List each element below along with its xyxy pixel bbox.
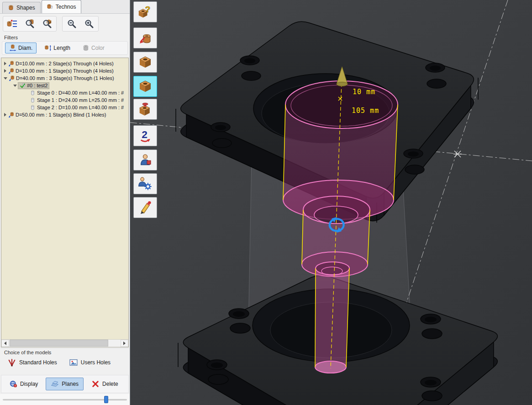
zoom-out-icon [66, 18, 77, 29]
users-holes-label: Users Holes [81, 359, 111, 366]
through-hole-icon [9, 75, 15, 81]
delete-button[interactable]: Delete [86, 378, 123, 390]
user-hole-icon [137, 153, 153, 167]
two-stage-tool-button[interactable]: 2 [133, 125, 157, 146]
tree-rows: D=10.00 mm : 2 Stage(s) Through (4 Holes… [1, 58, 128, 118]
stage-icon [30, 105, 36, 111]
display-button[interactable]: Display [4, 378, 43, 390]
help-hole-icon: ? [137, 5, 153, 19]
filter-color-label: Color [91, 45, 105, 51]
user-gears-tool-button[interactable] [133, 173, 157, 194]
hole-recognition-tool-button[interactable] [133, 27, 157, 48]
color-icon [82, 44, 90, 52]
viewport-3d[interactable]: 10 mm 105 mm [130, 0, 532, 405]
tree-item-d10-2stage[interactable]: D=10.00 mm : 2 Stage(s) Through (4 Holes… [1, 60, 128, 67]
tree-item-d40-3stage[interactable]: D=40.00 mm : 3 Stage(s) Through (1 Holes… [1, 75, 128, 82]
zoom-model-button[interactable] [38, 17, 56, 31]
zoom-hole-button[interactable] [21, 17, 38, 31]
planes-icon [51, 380, 59, 388]
zoom-in-button[interactable] [80, 17, 98, 31]
stamp-hole-tool-button[interactable] [133, 99, 157, 120]
selected-item-highlight[interactable]: #0 : test2 [18, 83, 49, 89]
hole-list-button[interactable] [4, 17, 21, 31]
tab-technos[interactable]: Technos [42, 0, 82, 13]
stage-icon [30, 90, 36, 96]
tab-shapes[interactable]: Shapes [2, 2, 41, 13]
solid-block-tool-button[interactable] [133, 52, 157, 73]
shapes-icon [8, 5, 14, 11]
scroll-right-button[interactable] [121, 340, 128, 347]
edit-hole-icon [137, 200, 153, 215]
help-hole-tool-button[interactable]: ? [133, 1, 157, 22]
solid-block-active-tool-button[interactable] [133, 76, 157, 97]
tree-horizontal-scrollbar[interactable] [1, 339, 128, 347]
delete-icon [91, 380, 100, 388]
filter-row: Diam. Length Color [2, 41, 128, 55]
filter-color-button[interactable]: Color [78, 43, 109, 53]
through-hole-icon [8, 61, 14, 67]
tree-item-label: Stage 1 : D=24.00 mm L=25.00 mm : # [37, 97, 124, 103]
tree-item-stage2[interactable]: Stage 2 : D=10.00 mm L=40.00 mm : # [1, 104, 128, 111]
top-toolbar [0, 15, 130, 32]
expander-icon[interactable] [13, 85, 17, 87]
edit-hole-tool-button[interactable] [133, 197, 157, 218]
toolbar-group-zoom [62, 16, 99, 32]
tree-item-label: Stage 0 : D=40.00 mm L=40.00 mm : # [37, 90, 124, 96]
expander-icon[interactable] [4, 113, 6, 117]
filter-length-label: Length [53, 45, 70, 51]
scroll-left-icon [4, 341, 6, 345]
zoom-hole-icon [24, 18, 35, 29]
transparency-slider[interactable] [0, 394, 130, 405]
tab-technos-label: Technos [56, 4, 76, 10]
validated-hole-icon [20, 83, 26, 89]
solid-block-active-icon [137, 79, 153, 94]
tree-item-label: D=10.00 mm : 1 Stage(s) Through (4 Holes… [16, 68, 114, 74]
slider-thumb[interactable] [104, 396, 108, 403]
tree-item-label: #0 : test2 [27, 83, 47, 88]
expander-icon[interactable] [4, 77, 7, 80]
app-window: Shapes Technos [0, 0, 532, 405]
diameter-icon [9, 44, 16, 52]
tree-item-label: D=10.00 mm : 2 Stage(s) Through (4 Holes… [16, 61, 114, 66]
tree-item-stage0[interactable]: Stage 0 : D=40.00 mm L=40.00 mm : # [1, 89, 128, 96]
action-bar: Display Planes Delete [1, 375, 129, 393]
scroll-left-button[interactable] [1, 340, 9, 347]
planes-button[interactable]: Planes [46, 378, 84, 390]
expander-icon[interactable] [4, 69, 6, 73]
delete-label: Delete [102, 381, 118, 387]
tree-item-test2[interactable]: #0 : test2 [1, 82, 128, 89]
tree-item-label: D=40.00 mm : 3 Stage(s) Through (1 Holes… [16, 75, 114, 81]
models-section-label: Choice of the models [1, 349, 129, 356]
tree-item-stage1[interactable]: Stage 1 : D=24.00 mm L=25.00 mm : # [1, 96, 128, 104]
tree-item-label: D=50.00 mm : 1 Stage(s) Blind (1 Holes) [16, 112, 106, 117]
scroll-right-icon [123, 341, 126, 345]
slider-track[interactable] [3, 399, 127, 400]
filter-length-button[interactable]: Length [40, 43, 74, 53]
tab-shapes-label: Shapes [16, 5, 35, 11]
dim-depth-label: 105 mm [352, 107, 379, 115]
two-stage-icon: 2 [137, 128, 153, 143]
expander-icon[interactable] [4, 62, 6, 65]
hole-recognition-icon [137, 31, 153, 45]
scrollbar-track[interactable] [9, 340, 121, 347]
display-label: Display [20, 381, 38, 387]
left-panel: Shapes Technos [0, 0, 130, 405]
zoom-out-button[interactable] [63, 17, 80, 31]
standard-holes-button[interactable]: Standard Holes [4, 356, 61, 369]
user-hole-tool-button[interactable] [133, 149, 157, 171]
technos-icon [47, 4, 53, 10]
planes-label: Planes [62, 381, 79, 387]
tree-item-d10-1stage[interactable]: D=10.00 mm : 1 Stage(s) Through (4 Holes… [1, 67, 128, 75]
display-icon [9, 380, 17, 388]
standard-holes-icon [7, 358, 16, 367]
tab-bar: Shapes Technos [0, 0, 130, 14]
zoom-model-icon [42, 18, 53, 29]
tree-item-d50-blind[interactable]: D=50.00 mm : 1 Stage(s) Blind (1 Holes) [1, 111, 128, 118]
hole-list-icon [7, 18, 18, 29]
through-hole-icon [8, 68, 14, 74]
hole-tree: D=10.00 mm : 2 Stage(s) Through (4 Holes… [1, 58, 129, 347]
filter-diameter-button[interactable]: Diam. [5, 43, 37, 53]
models-section: Choice of the models Standard Holes User… [1, 348, 129, 374]
users-holes-button[interactable]: Users Holes [65, 356, 114, 369]
scrollbar-thumb[interactable] [10, 340, 108, 346]
